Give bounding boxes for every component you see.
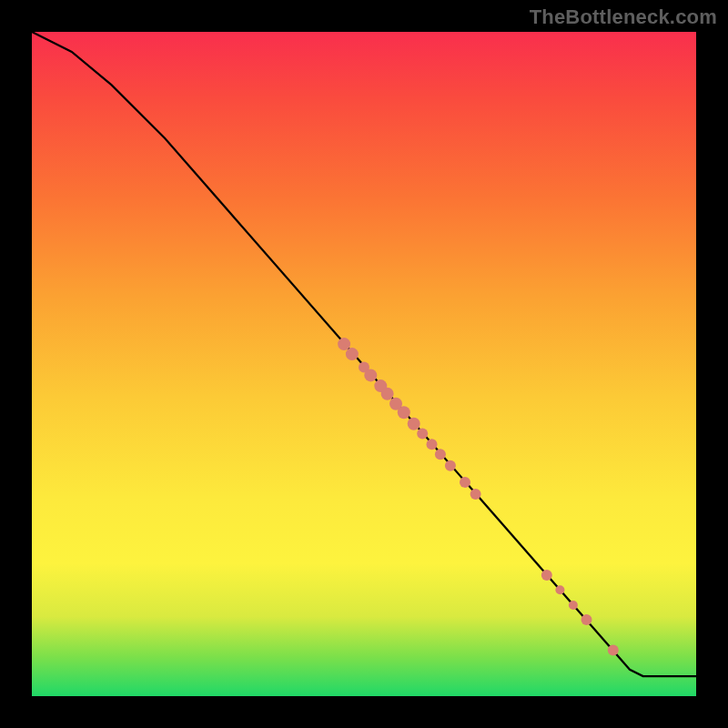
data-point: [541, 570, 552, 581]
data-point: [417, 429, 428, 440]
chart-svg: [32, 32, 696, 696]
data-point: [398, 406, 410, 419]
data-point: [569, 601, 578, 610]
data-point: [445, 460, 456, 471]
watermark-text: TheBottleneck.com: [530, 5, 717, 29]
data-point: [608, 645, 619, 656]
data-point: [427, 439, 438, 450]
data-point: [408, 418, 420, 430]
data-point: [338, 338, 350, 350]
curve-path: [32, 32, 696, 676]
data-point: [381, 388, 394, 400]
plot-area: [32, 32, 696, 696]
line-curve: [32, 32, 696, 676]
data-points: [338, 338, 619, 655]
data-point: [460, 477, 470, 488]
data-point: [364, 369, 377, 381]
chart-frame: TheBottleneck.com: [0, 0, 728, 728]
data-point: [555, 585, 564, 594]
data-point: [435, 449, 446, 460]
data-point: [581, 614, 592, 625]
data-point: [470, 489, 481, 500]
data-point: [346, 348, 359, 360]
